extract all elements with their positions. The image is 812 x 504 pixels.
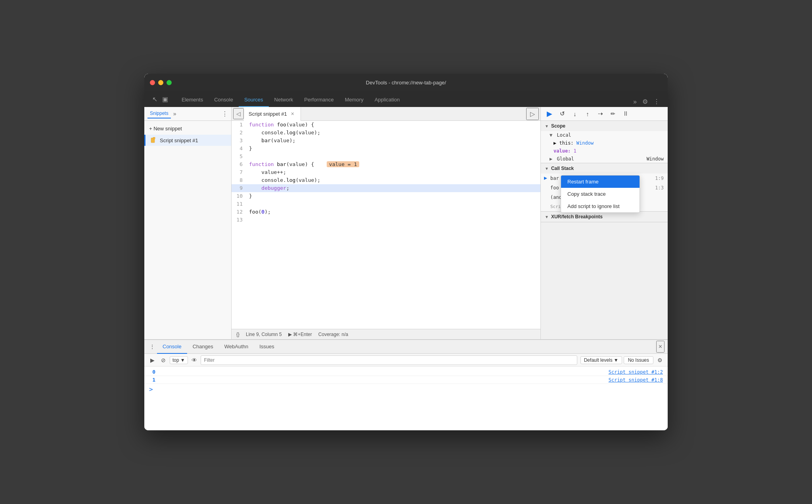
xur-header[interactable]: ▼ XUR/fetch Breakpoints [541,212,668,222]
line-content-10: } [247,192,540,200]
line-num-7: 7 [232,168,247,176]
tab-memory[interactable]: Memory [339,93,369,107]
code-line-1: 1 function foo(value) { [232,121,540,129]
device-icon[interactable]: ▣ [161,94,170,105]
line-content-9: debugger; [247,184,540,192]
console-close-icon[interactable]: × [656,341,665,353]
code-line-13: 13 [232,216,540,224]
line-num-13: 13 [232,216,247,224]
resume-button[interactable]: ▶ [544,108,555,119]
minimize-button[interactable] [158,80,163,85]
code-line-2: 2 console.log(value); [232,129,540,137]
window-title: DevTools - chrome://new-tab-page/ [366,80,446,86]
settings-icon[interactable]: ⚙ [641,96,649,107]
line-num-6: 6 [232,160,247,168]
window-controls [150,80,172,85]
code-line-4: 4 } [232,145,540,153]
line-content-3: bar(value); [247,137,540,145]
console-log-value-0: 0 [144,369,160,375]
code-line-11: 11 [232,200,540,208]
code-line-5: 5 [232,153,540,160]
scope-value-item: value: 1 [541,147,668,155]
right-panel: ▶ ↺ ↓ ↑ ⇢ ✏ ⏸ ▼ Scope [541,107,668,222]
snippet-item-label: Script snippet #1 [160,137,198,143]
line-num-5: 5 [232,153,247,160]
line-num-3: 3 [232,137,247,145]
tab-webauthn[interactable]: WebAuthn [219,340,254,354]
more-tabs-icon[interactable]: » [632,97,638,107]
main-menu-icon[interactable]: ⋮ [652,96,661,107]
snippet-file-icon [150,137,157,143]
xur-section: ▼ XUR/fetch Breakpoints [541,212,668,222]
scope-label: Scope [551,123,565,129]
tab-console[interactable]: Console [209,93,239,107]
devtools-window: DevTools - chrome://new-tab-page/ ↖ ▣ El… [144,74,668,430]
tab-application[interactable]: Application [369,93,406,107]
console-top-label: top [172,357,179,363]
console-prompt-input[interactable] [155,386,663,392]
sidebar-content: + New snippet Script snippet #1 [144,121,231,339]
line-num-11: 11 [232,200,247,208]
step-button[interactable]: ⇢ [595,108,606,119]
step-into-button[interactable]: ↓ [569,108,580,119]
context-menu-restart-frame[interactable]: Restart frame [561,176,640,188]
console-log-source-0[interactable]: Script snippet #1:2 [609,369,668,375]
call-stack-arrow-icon: ▼ [545,166,549,171]
tab-changes[interactable]: Changes [187,340,219,354]
console-eye-icon[interactable]: 👁 [190,355,199,365]
line-content-6: function bar(value) { value = 1 [247,160,540,168]
main-tabs: ↖ ▣ Elements Console Sources Network Per… [144,91,668,107]
console-more-icon[interactable]: ⋮ [147,342,157,351]
console-levels-label: Default levels [584,357,613,363]
new-snippet-button[interactable]: + New snippet [144,122,231,135]
editor-run-icon[interactable]: ▷ [526,108,539,120]
tab-sources[interactable]: Sources [239,93,269,107]
format-icon[interactable]: {} [236,332,239,337]
tab-snippets[interactable]: Snippets [147,109,171,118]
scope-arrow-icon: ▼ [545,124,549,128]
editor-tab-snippet1[interactable]: Script snippet #1 × [244,107,301,121]
console-top-selector[interactable]: top ▼ [170,356,188,364]
pause-exceptions-button[interactable]: ⏸ [620,108,631,119]
snippet-item[interactable]: Script snippet #1 [144,135,231,146]
code-line-3: 3 bar(value); [232,137,540,145]
console-log-1: 1 Script snippet #1:8 [144,376,668,384]
left-sidebar: Snippets » ⋮ + New snippet Script snippe… [144,107,232,339]
step-out-button[interactable]: ↑ [582,108,593,119]
call-stack-header[interactable]: ▼ Call Stack [541,163,668,174]
code-line-7: 7 value++; [232,168,540,176]
debugger-toolbar: ▶ ↺ ↓ ↑ ⇢ ✏ ⏸ [541,107,668,121]
console-execute-icon[interactable]: ▶ [147,355,157,365]
maximize-button[interactable] [167,80,172,85]
scope-global-header: ▶ Global Window [541,155,668,163]
console-clear-icon[interactable]: ⊘ [159,355,168,365]
editor-tab-close-icon[interactable]: × [289,111,296,117]
close-button[interactable] [150,80,155,85]
sidebar-menu-icon[interactable]: ⋮ [222,110,228,118]
scope-section: ▼ Scope ▼ Local ▶ this: Window [541,121,668,163]
editor-nav-back-icon[interactable]: ◁ [233,108,244,119]
console-panel: ⋮ Console Changes WebAuthn Issues × ▶ ⊘ … [144,339,668,430]
console-log-source-1[interactable]: Script snippet #1:8 [609,377,668,383]
deactivate-button[interactable]: ✏ [607,108,619,119]
sidebar-more-tabs-icon[interactable]: » [173,111,176,117]
right-panel-wrapper: ▶ ↺ ↓ ↑ ⇢ ✏ ⏸ ▼ Scope [541,107,668,339]
call-stack-context-menu: Restart frame Copy stack trace Add scrip… [561,175,640,213]
coverage-label: Coverage: n/a [318,332,348,337]
tab-issues[interactable]: Issues [254,340,280,354]
tab-icon-area: ↖ ▣ [147,91,173,107]
console-filter-input[interactable] [201,355,577,365]
context-menu-add-to-ignore[interactable]: Add script to ignore list [561,200,640,212]
cursor-icon[interactable]: ↖ [151,94,159,105]
tab-network[interactable]: Network [269,93,299,107]
console-levels-selector[interactable]: Default levels ▼ [580,356,622,364]
console-top-arrow-icon: ▼ [180,357,185,363]
step-over-button[interactable]: ↺ [557,108,568,119]
scope-header[interactable]: ▼ Scope [541,121,668,131]
console-settings-icon[interactable]: ⚙ [655,355,665,365]
tab-console-main[interactable]: Console [157,340,187,354]
tab-elements[interactable]: Elements [176,93,209,107]
context-menu-copy-stack-trace[interactable]: Copy stack trace [561,188,640,200]
tab-performance[interactable]: Performance [299,93,339,107]
console-log-value-1: 1 [144,377,160,383]
